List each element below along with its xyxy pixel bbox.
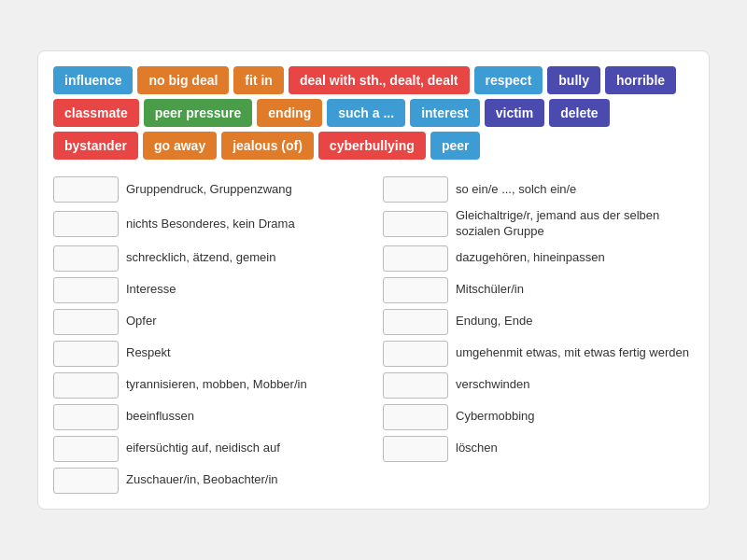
word-chip-peer[interactable]: peer [430,132,481,160]
answer-box-left-6[interactable] [53,372,119,399]
word-chip-horrible[interactable]: horrible [605,66,676,94]
definition-left-4: Opfer [126,314,157,329]
answer-box-left-0[interactable] [53,176,119,203]
answer-box-left-1[interactable] [53,211,119,237]
answer-box-right-2[interactable] [383,245,448,272]
definition-right-2: dazugehören, hineinpassen [456,250,605,266]
match-row-left-5: Respekt [53,341,364,367]
word-chip-bully[interactable]: bully [547,66,600,94]
definition-right-5: umgehenmit etwas, mit etwas fertig werde… [456,345,689,361]
match-row-right-2: dazugehören, hineinpassen [383,245,694,272]
answer-box-left-9[interactable] [53,468,119,494]
answer-box-left-8[interactable] [53,436,119,462]
match-row-right-7: Cybermobbing [383,404,694,430]
match-row-left-7: beeinflussen [53,404,364,430]
word-chip-deal_with[interactable]: deal with sth., dealt, dealt [289,66,470,94]
definition-left-2: schrecklich, ätzend, gemein [126,250,275,266]
answer-box-right-6[interactable] [383,372,448,399]
match-row-right-3: Mitschüler/in [383,277,694,303]
definition-right-8: löschen [456,441,498,456]
definition-left-7: beeinflussen [126,409,194,425]
match-row-left-9: Zuschauer/in, Beobachter/in [53,468,364,494]
definition-right-6: verschwinden [456,377,530,393]
definition-right-1: Gleichaltrige/r, jemand aus der selben s… [456,208,694,240]
match-row-left-6: tyrannisieren, mobben, Mobber/in [53,372,364,399]
word-chip-ending[interactable]: ending [257,99,322,127]
word-chip-go_away[interactable]: go away [143,132,217,160]
answer-box-left-2[interactable] [53,245,119,272]
word-chip-classmate[interactable]: classmate [53,99,139,127]
definition-left-5: Respekt [126,345,171,361]
answer-box-right-7[interactable] [383,404,448,430]
answer-box-right-4[interactable] [383,309,448,335]
word-chip-interest[interactable]: interest [410,99,480,127]
match-row-left-1: nichts Besonderes, kein Drama [53,208,364,240]
word-chip-no_big_deal[interactable]: no big deal [137,66,229,94]
match-row-left-4: Opfer [53,309,364,335]
word-chip-such_a[interactable]: such a ... [327,99,405,127]
answer-box-left-4[interactable] [53,309,119,335]
word-chip-influence[interactable]: influence [53,66,133,94]
match-row-right-6: verschwinden [383,372,694,399]
match-row-left-0: Gruppendruck, Gruppenzwang [53,176,364,203]
definition-left-6: tyrannisieren, mobben, Mobber/in [126,377,307,393]
match-row-right-4: Endung, Ende [383,309,694,335]
match-row-right-0: so ein/e ..., solch ein/e [383,176,694,203]
main-container: influenceno big dealfit indeal with sth.… [37,50,710,510]
definition-right-0: so ein/e ..., solch ein/e [456,182,576,198]
definition-right-7: Cybermobbing [456,409,535,425]
definition-right-4: Endung, Ende [456,314,532,329]
answer-box-right-8[interactable] [383,436,448,462]
word-chip-peer_pressure[interactable]: peer pressure [144,99,253,127]
match-row-left-2: schrecklich, ätzend, gemein [53,245,364,272]
answer-box-left-5[interactable] [53,341,119,367]
definition-left-9: Zuschauer/in, Beobachter/in [126,472,278,488]
word-chip-victim[interactable]: victim [485,99,544,127]
word-chip-bystander[interactable]: bystander [53,132,138,160]
definition-left-1: nichts Besonderes, kein Drama [126,217,295,232]
definition-left-8: eifersüchtig auf, neidisch auf [126,441,280,456]
definition-left-3: Interesse [126,282,176,298]
word-chip-jealous_of[interactable]: jealous (of) [221,132,314,160]
answer-box-right-1[interactable] [383,211,448,237]
match-row-right-8: löschen [383,436,694,462]
word-chip-cyberbullying[interactable]: cyberbullying [318,132,426,160]
match-row-right-5: umgehenmit etwas, mit etwas fertig werde… [383,341,694,367]
match-row-left-8: eifersüchtig auf, neidisch auf [53,436,364,462]
answer-box-right-0[interactable] [383,176,448,203]
definition-left-0: Gruppendruck, Gruppenzwang [126,182,292,198]
matching-area: Gruppendruck, Gruppenzwangso ein/e ..., … [53,176,694,494]
word-chip-fit_in[interactable]: fit in [233,66,284,94]
answer-box-left-7[interactable] [53,404,119,430]
word-chip-respect[interactable]: respect [474,66,543,94]
match-row-left-3: Interesse [53,277,364,303]
word-bank: influenceno big dealfit indeal with sth.… [53,66,694,160]
match-row-right-9 [383,468,694,494]
word-chip-delete[interactable]: delete [549,99,609,127]
answer-box-right-3[interactable] [383,277,448,303]
match-row-right-1: Gleichaltrige/r, jemand aus der selben s… [383,208,694,240]
definition-right-3: Mitschüler/in [456,282,524,298]
answer-box-left-3[interactable] [53,277,119,303]
answer-box-right-5[interactable] [383,341,448,367]
